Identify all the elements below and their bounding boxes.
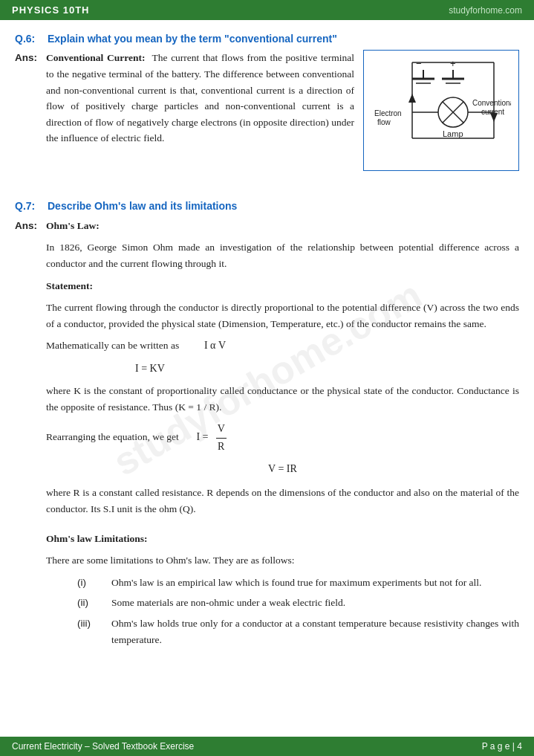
q7-math1-text: Mathematically can be written as [46, 340, 179, 351]
q7-para1: In 1826, George Simon Ohm made an invest… [46, 239, 519, 271]
q7-vir-expr: V = IR [268, 463, 297, 474]
svg-text:Lamp: Lamp [443, 129, 463, 138]
q7-answer: Ans: Ohm's Law: In 1826, George Simon Oh… [15, 218, 519, 652]
footer: Current Electricity – Solved Textbook Ex… [0, 737, 534, 756]
q7-limitations-intro: There are some limitations to Ohm's law.… [46, 552, 519, 569]
q6-line: Q.6: Explain what you mean by the term "… [15, 30, 519, 47]
list-item-iii: (iii) Ohm's law holds true only for a co… [77, 616, 519, 647]
header-title: PHYSICS 10TH [12, 4, 89, 16]
footer-subject: Current Electricity [12, 741, 82, 752]
question-7: Q.7: Describe Ohm's law and its limitati… [15, 198, 519, 652]
q7-line: Q.7: Describe Ohm's law and its limitati… [15, 198, 519, 214]
svg-text:Electron: Electron [374, 109, 402, 117]
q7-statement-text: The current flowing through the conducto… [46, 300, 519, 332]
q6-text: Explain what you mean by the term "conve… [48, 30, 337, 47]
svg-text:−: − [416, 58, 422, 69]
svg-text:flow: flow [377, 118, 391, 126]
footer-left: Current Electricity – Solved Textbook Ex… [12, 741, 194, 752]
q7-limitations-heading: Ohm's law Limitations: [46, 531, 519, 547]
q7-statement-label: Statement: [46, 278, 519, 294]
list-label-ii: (ii) [77, 595, 104, 611]
q7-math1-expr: I α V [204, 340, 226, 351]
list-text-iii: Ohm's law holds true only for a conducto… [111, 616, 519, 647]
q7-text: Describe Ohm's law and its limitations [48, 198, 237, 214]
q7-ans-label: Ans: [15, 218, 46, 652]
circuit-diagram: − + [363, 50, 519, 171]
q6-para1-text: The current that flows from the positive… [46, 52, 354, 143]
q7-statement-bold: Statement: [46, 280, 93, 291]
q7-ans-content: Ohm's Law: In 1826, George Simon Ohm mad… [46, 218, 519, 652]
q7-frac-den: R [216, 439, 227, 455]
q7-rearrange-text: Rearranging the equation, we get [46, 431, 179, 442]
svg-marker-24 [490, 113, 498, 122]
q6-answer: Ans: − + [15, 50, 519, 177]
svg-text:+: + [450, 58, 456, 69]
q7-limitations-list: (i) Ohm's law is an empirical law which … [46, 575, 519, 647]
list-item-i: (i) Ohm's law is an empirical law which … [77, 575, 519, 591]
q7-rearrange-line: Rearranging the equation, we get I = V R [46, 421, 519, 455]
q6-number: Q.6: [15, 30, 43, 47]
q7-limitations-bold: Ohm's law Limitations: [46, 533, 148, 544]
list-label-iii: (iii) [77, 616, 104, 647]
q7-math2: I = KV [91, 361, 519, 377]
list-text-i: Ohm's law is an empirical law which is f… [111, 575, 481, 591]
q7-number: Q.7: [15, 198, 43, 214]
header-site: studyforhome.com [449, 5, 522, 16]
list-text-ii: Some materials are non-ohmic under a wea… [111, 595, 345, 611]
list-label-i: (i) [77, 575, 104, 591]
q7-math2-expr: I = KV [135, 363, 165, 374]
q7-term-bold: Ohm's Law: [46, 220, 100, 231]
svg-marker-21 [408, 94, 416, 103]
footer-subtitle: – Solved Textbook Exercise [85, 741, 194, 752]
header: PHYSICS 10TH studyforhome.com [0, 0, 534, 20]
q7-frac-num: V [216, 421, 227, 438]
circuit-svg: − + [371, 56, 511, 164]
main-content: Q.6: Explain what you mean by the term "… [0, 20, 534, 702]
q7-fraction: V R [216, 421, 227, 455]
q7-ohms-law-heading: Ohm's Law: [46, 218, 519, 234]
q6-ans-content: − + [46, 50, 519, 177]
q7-eq-I: I = [196, 431, 208, 442]
q6-ans-label: Ans: [15, 50, 46, 177]
q7-math-intro: Mathematically can be written as I α V [46, 337, 519, 354]
q7-para2: where K is the constant of proportionali… [46, 383, 519, 415]
q6-term-bold: Conventional Current: [46, 52, 145, 63]
q7-para3: where R is a constant called resistance.… [46, 485, 519, 517]
list-item-ii: (ii) Some materials are non-ohmic under … [77, 595, 519, 611]
question-6: Q.6: Explain what you mean by the term "… [15, 30, 519, 177]
q7-vir-eq: V = IR [46, 461, 519, 477]
svg-text:Conventional: Conventional [472, 99, 511, 107]
footer-page: P a g e | 4 [482, 741, 522, 752]
